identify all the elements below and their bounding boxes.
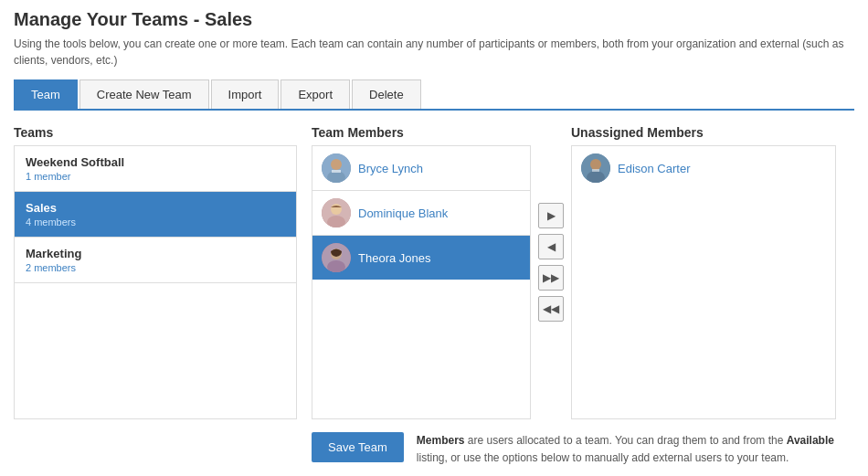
svg-point-1 [331,159,342,170]
page-description: Using the tools below, you can create on… [14,36,854,69]
members-label: Members [417,434,465,447]
svg-point-11 [590,159,601,170]
tab-delete[interactable]: Delete [352,79,421,109]
team-members-section: Team Members Bryce Lynch [312,125,531,419]
move-all-right-button[interactable]: ▶▶ [538,265,564,291]
member-item-edison-carter[interactable]: Edison Carter [572,146,835,190]
member-item-theora-jones[interactable]: Theora Jones [312,236,530,280]
team-item-marketing[interactable]: Marketing 2 members [15,238,296,283]
member-name: Edison Carter [618,162,690,175]
member-name: Theora Jones [358,251,431,265]
team-item-weekend-softball[interactable]: Weekend Softball 1 member [15,146,296,192]
panels-row: Team Members Bryce Lynch [312,125,837,419]
save-note: Members are users allocated to a team. Y… [417,432,837,467]
unassigned-panel-title: Unassigned Members [571,125,836,140]
team-count: 4 members [26,217,285,227]
teams-section: Teams Weekend Softball 1 member Sales 4 … [14,125,312,419]
tab-export[interactable]: Export [281,79,350,109]
save-team-button[interactable]: Save Team [312,432,404,462]
teams-list: Weekend Softball 1 member Sales 4 member… [14,145,297,419]
tab-import[interactable]: Import [211,79,280,109]
avatar-edison-carter [581,153,610,183]
unassigned-list: Edison Carter [571,145,836,419]
member-item-bryce-lynch[interactable]: Bryce Lynch [312,146,530,191]
move-right-button[interactable]: ▶ [538,203,564,228]
svg-point-5 [331,204,342,215]
members-section: Team Members Bryce Lynch [312,125,837,467]
page-title: Manage Your Teams - Sales [14,9,854,30]
transfer-buttons: ▶ ◀ ▶▶ ◀◀ [531,125,571,399]
tab-create-new-team[interactable]: Create New Team [79,79,209,109]
team-name: Sales [26,201,285,215]
members-panel-title: Team Members [312,125,531,140]
member-name: Bryce Lynch [358,162,423,175]
available-label: Available [787,434,834,447]
member-name: Dominique Blank [358,206,448,220]
move-left-button[interactable]: ◀ [538,234,564,259]
member-item-dominique-blank[interactable]: Dominique Blank [312,191,530,236]
team-item-empty [15,283,296,375]
move-all-left-button[interactable]: ◀◀ [538,296,564,322]
teams-panel-title: Teams [14,125,312,140]
team-name: Weekend Softball [26,155,285,169]
unassigned-section: Unassigned Members Edison Carter [571,125,836,419]
team-count: 1 member [26,171,285,182]
team-count: 2 members [26,262,285,273]
save-area: Save Team Members are users allocated to… [312,432,837,467]
tab-team[interactable]: Team [14,79,78,109]
avatar-bryce-lynch [322,153,351,183]
avatar-dominique-blank [322,198,351,227]
main-content: Teams Weekend Softball 1 member Sales 4 … [14,125,854,467]
tab-bar: Team Create New Team Import Export Delet… [14,79,854,111]
svg-rect-3 [332,170,341,173]
svg-rect-13 [592,169,599,172]
team-name: Marketing [26,247,285,260]
team-item-sales[interactable]: Sales 4 members [15,192,296,238]
members-list: Bryce Lynch Dominique Blank [312,145,531,419]
avatar-theora-jones [322,243,351,272]
